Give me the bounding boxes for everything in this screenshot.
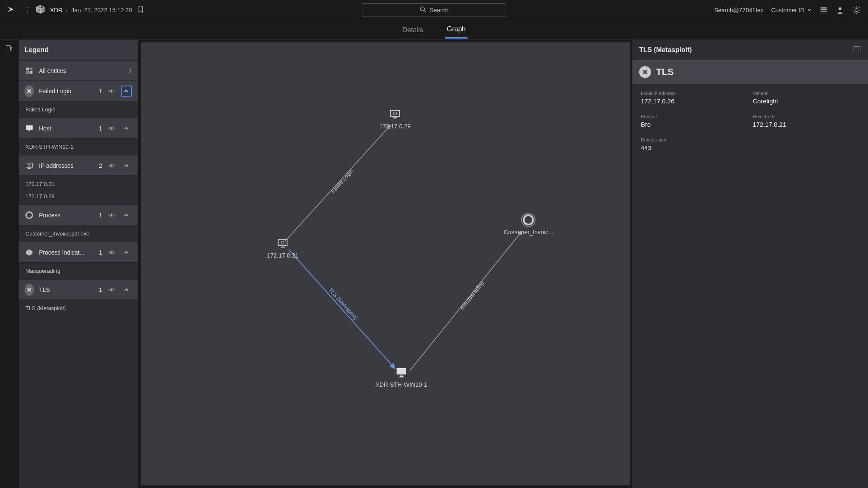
process-icon [25, 211, 34, 219]
chevron-up-icon[interactable] [121, 86, 132, 97]
svg-marker-31 [26, 249, 33, 255]
legend-row-tls[interactable]: TLS 1 [19, 279, 138, 299]
legend-row-process[interactable]: Process 1 [19, 205, 138, 225]
chevron-up-icon[interactable] [121, 160, 132, 171]
graph-node-ip29[interactable]: 172.17.0.29 [379, 108, 411, 130]
svg-rect-4 [821, 11, 827, 13]
legend-sub-process[interactable]: Customer_Invoice.pdf.exe [19, 225, 138, 242]
chevron-up-icon[interactable] [121, 284, 132, 295]
tab-details[interactable]: Details [401, 22, 425, 38]
legend-sub-host[interactable]: XDR-STH-WIN10-1 [19, 138, 138, 155]
field-vendor: Vendor Corelight [753, 91, 860, 105]
eye-icon[interactable] [107, 162, 116, 169]
svg-point-25 [111, 127, 113, 129]
customer-id-dropdown[interactable]: Customer ID [771, 7, 812, 14]
svg-rect-2 [821, 7, 827, 8]
eye-icon[interactable] [107, 87, 116, 95]
svg-point-40 [394, 112, 397, 115]
breadcrumb-root[interactable]: XDR [50, 7, 63, 14]
graph-node-host[interactable]: XDR-STH-WIN10-1 [376, 366, 427, 388]
details-body: Local IP address 172.17.0.26 Vendor Core… [632, 84, 868, 158]
graph-node-process[interactable]: Customer_Invoic... [504, 214, 554, 236]
svg-line-1 [424, 10, 426, 12]
falcon-logo-icon[interactable] [7, 5, 19, 15]
legend-sub-failed-login[interactable]: Failed Login [19, 101, 138, 118]
user-label: Search@77041fec [714, 7, 763, 14]
sidebar-collapse-strip[interactable] [0, 40, 19, 488]
graph-node-ip21[interactable]: 172.17.0.21 [267, 237, 298, 259]
svg-rect-42 [278, 240, 287, 246]
svg-rect-48 [854, 46, 858, 52]
legend-title: Legend [19, 40, 138, 60]
chevron-up-icon[interactable] [121, 210, 132, 221]
svg-point-29 [111, 164, 113, 166]
ip-address-icon [25, 161, 34, 170]
svg-rect-49 [859, 46, 860, 52]
legend-row-ip[interactable]: IP addresses 2 [19, 155, 138, 175]
svg-rect-24 [28, 130, 31, 131]
chevron-right-icon: › [66, 7, 68, 14]
breadcrumb: XDR › Jan. 27, 2022 15:12:20 [50, 6, 144, 14]
expand-panel-icon[interactable] [853, 45, 861, 55]
chevron-up-icon[interactable] [121, 247, 132, 258]
search-input[interactable]: Search [362, 3, 506, 17]
menu-dots-icon[interactable]: ⋮ [24, 6, 31, 14]
field-product: Product Bro [641, 114, 748, 128]
svg-rect-15 [6, 45, 11, 51]
legend-sub-tls[interactable]: TLS (Metasploit) [19, 299, 138, 316]
ip-node-icon [389, 108, 401, 120]
svg-point-6 [855, 8, 858, 11]
eye-icon[interactable] [107, 125, 116, 132]
svg-rect-44 [281, 247, 284, 247]
svg-point-32 [111, 251, 113, 253]
legend-item-ip21[interactable]: 172.17.0.21 [25, 181, 131, 187]
topbar-right: Search@77041fec Customer ID [506, 6, 861, 15]
details-title: TLS [656, 67, 674, 78]
eye-icon[interactable] [107, 249, 116, 256]
main-area: Legend All entities 7 Failed Login 1 [0, 40, 868, 488]
eye-icon[interactable] [107, 286, 116, 294]
entities-icon [25, 67, 34, 75]
process-node-icon [522, 214, 535, 226]
search-icon [420, 6, 426, 14]
topbar-left: ⋮ XDR › Jan. 27, 2022 15:12:20 [7, 5, 362, 16]
svg-point-22 [111, 90, 113, 92]
legend-panel: Legend All entities 7 Failed Login 1 [19, 40, 138, 488]
svg-point-35 [111, 288, 113, 291]
settings-gear-icon[interactable] [852, 6, 861, 15]
svg-rect-17 [30, 67, 33, 70]
field-local-ip: Local IP address 172.17.0.26 [641, 91, 748, 105]
legend-item-ip29[interactable]: 172.17.0.29 [25, 193, 131, 200]
field-remote-port: Remote port 443 [641, 137, 748, 151]
chevron-down-icon [807, 7, 812, 14]
legend-sub-process-indicator[interactable]: Masquerading [19, 262, 138, 279]
details-panel: TLS (Metasploit) TLS Local IP address 17… [632, 40, 868, 488]
graph-canvas[interactable]: Failed Login TLS (Metasploit) Masqueradi… [141, 42, 630, 485]
details-panel-header: TLS (Metasploit) [632, 40, 868, 60]
eye-icon[interactable] [107, 211, 116, 219]
stack-icon[interactable] [820, 6, 828, 14]
svg-rect-41 [393, 117, 397, 118]
legend-row-failed-login[interactable]: Failed Login 1 [19, 80, 138, 101]
breadcrumb-timestamp: Jan. 27, 2022 15:12:20 [71, 7, 132, 14]
legend-row-all-entities[interactable]: All entities 7 [19, 60, 138, 80]
legend-row-host[interactable]: Host 1 [19, 118, 138, 138]
bookmark-icon[interactable] [138, 6, 144, 14]
svg-point-0 [420, 7, 424, 11]
svg-rect-47 [399, 377, 404, 377]
host-icon [25, 124, 34, 133]
chevron-up-icon[interactable] [121, 123, 132, 134]
cube-icon[interactable] [36, 5, 45, 16]
svg-line-13 [854, 12, 854, 13]
svg-rect-28 [28, 168, 31, 169]
svg-point-27 [28, 164, 31, 166]
svg-point-5 [839, 7, 842, 10]
user-icon[interactable] [836, 6, 844, 14]
tab-graph[interactable]: Graph [445, 21, 467, 39]
legend-sub-ip: 172.17.0.21 172.17.0.29 [19, 175, 138, 205]
legend-row-process-indicator[interactable]: Process Indicat... 1 [19, 242, 138, 262]
host-node-icon [395, 366, 408, 379]
svg-rect-39 [391, 111, 400, 116]
collapse-panel-icon [5, 44, 14, 54]
ip-node-icon [276, 237, 289, 250]
